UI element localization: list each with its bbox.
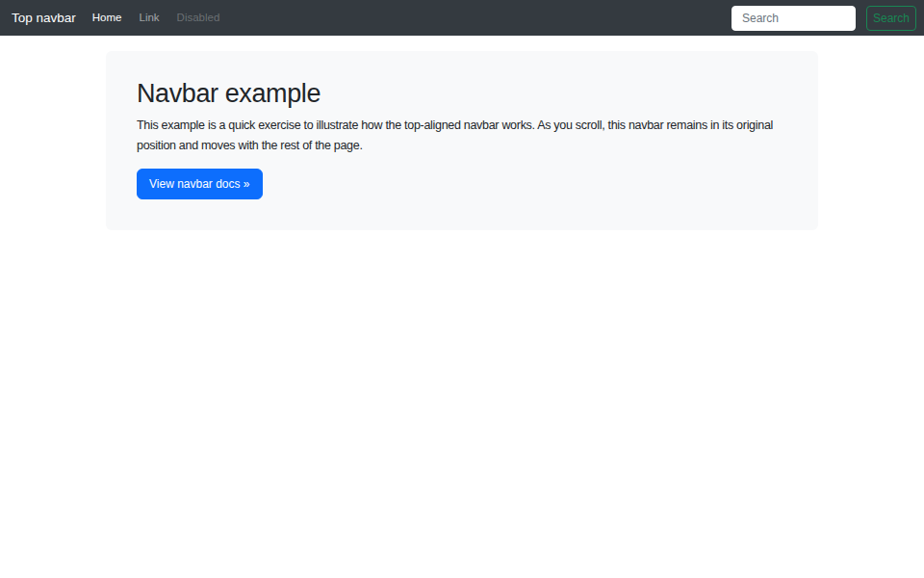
nav-item-link: Link <box>130 0 167 36</box>
view-navbar-docs-button[interactable]: View navbar docs » <box>137 169 263 199</box>
search-button[interactable]: Search <box>866 6 916 31</box>
jumbotron: Navbar example This example is a quick e… <box>106 51 818 230</box>
intro-paragraph: This example is a quick exercise to illu… <box>137 116 787 156</box>
page-title: Navbar example <box>137 78 787 109</box>
nav-link-link[interactable]: Link <box>130 0 167 36</box>
search-form: Search <box>732 6 916 31</box>
navbar-brand[interactable]: Top navbar <box>12 0 76 36</box>
nav-link-disabled: Disabled <box>168 0 229 36</box>
nav-link-home[interactable]: Home <box>84 0 131 36</box>
search-input[interactable] <box>732 6 856 31</box>
top-navbar: Top navbar Home Link Disabled Search <box>0 0 924 36</box>
main-container: Navbar example This example is a quick e… <box>106 51 818 230</box>
nav-item-home: Home <box>84 0 131 36</box>
nav-item-disabled: Disabled <box>168 0 229 36</box>
navbar-nav: Home Link Disabled <box>84 0 229 36</box>
